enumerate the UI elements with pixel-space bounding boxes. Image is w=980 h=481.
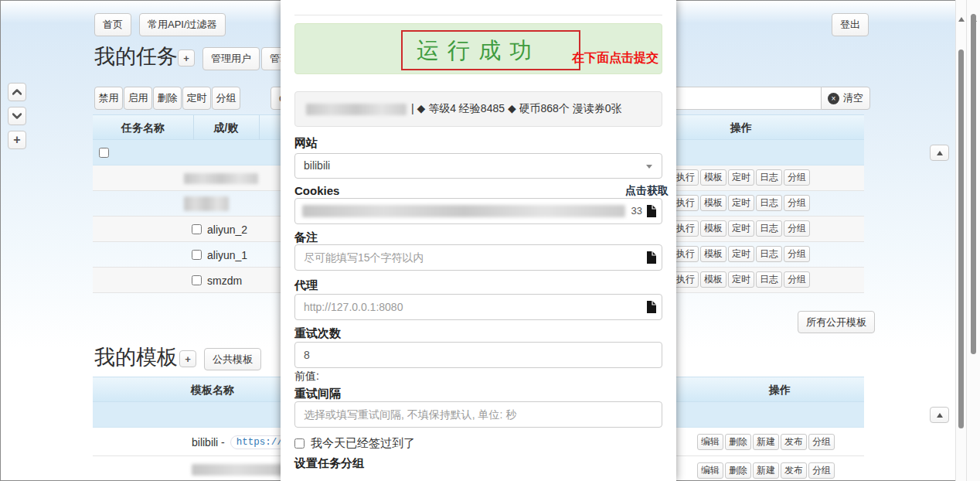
nav-api-filter-button[interactable]: 常用API/过滤器 [139, 13, 226, 36]
publish-button[interactable]: 发布 [781, 434, 807, 450]
task-name-cell: aliyun_1 [192, 242, 247, 268]
run-task-modal: 运行成功 在下面点击提交 | ◆ 等级4 经验8485 ◆ 硬币868个 漫读券… [281, 0, 676, 481]
schedule-button[interactable]: 定时 [728, 195, 754, 211]
log-button[interactable]: 日志 [756, 169, 782, 186]
schedule-button[interactable]: 定时 [728, 169, 754, 186]
signed-today-checkbox[interactable] [294, 438, 305, 449]
tasks-title: 我的任务 [94, 43, 178, 70]
log-button[interactable]: 日志 [756, 271, 782, 288]
disable-tasks-button[interactable]: 禁用 [94, 87, 123, 110]
note-input[interactable] [294, 244, 662, 271]
schedule-tasks-button[interactable]: 定时 [182, 87, 211, 110]
delete-button[interactable]: 删除 [725, 434, 751, 450]
row-checkbox[interactable] [192, 224, 202, 234]
proxy-input[interactable] [294, 294, 662, 320]
scrollbar-thumb[interactable] [971, 14, 976, 354]
task-name-cell: smzdm [192, 268, 242, 293]
column-header-actions: 操作 [696, 377, 864, 402]
signed-today-label: 我今天已经签过到了 [311, 436, 415, 451]
plus-icon: + [13, 133, 20, 147]
group-button[interactable]: 分组 [784, 246, 810, 262]
group-button[interactable]: 分组 [784, 195, 810, 211]
account-info-well: | ◆ 等级4 经验8485 ◆ 硬币868个 漫读券0张 [294, 91, 662, 127]
paste-document-icon[interactable] [646, 301, 656, 313]
add-template-button[interactable]: + [179, 350, 196, 367]
template-button[interactable]: 模板 [700, 220, 726, 237]
column-header-result: 成/败 [193, 115, 260, 140]
scroll-down-button[interactable] [8, 107, 26, 125]
logout-button[interactable]: 登出 [832, 13, 869, 36]
row-checkbox[interactable] [192, 250, 202, 260]
log-button[interactable]: 日志 [756, 195, 782, 211]
scroll-up-button[interactable] [8, 83, 26, 101]
collapse-templates-button[interactable] [930, 407, 949, 423]
scrollbar-thumb[interactable] [958, 49, 964, 428]
log-button[interactable]: 日志 [756, 246, 782, 262]
edit-button[interactable]: 编辑 [697, 462, 723, 479]
group-button[interactable]: 分组 [784, 220, 810, 237]
run-button[interactable]: 执行 [672, 169, 699, 186]
chevron-down-icon [12, 113, 22, 119]
run-button[interactable]: 执行 [672, 195, 699, 211]
delete-tasks-button[interactable]: 删除 [153, 87, 182, 110]
retry-count-input[interactable] [294, 342, 662, 368]
triangle-up-icon [937, 413, 943, 418]
new-button[interactable]: 新建 [753, 434, 779, 450]
template-button[interactable]: 模板 [700, 195, 726, 211]
plus-icon: + [183, 53, 189, 64]
templates-title: 我的模板 [94, 343, 178, 371]
template-button[interactable]: 模板 [700, 246, 726, 262]
row-actions: 编辑 删除 新建 发布 分组 [697, 434, 835, 450]
run-button[interactable]: 执行 [672, 246, 699, 262]
public-templates-button[interactable]: 公共模板 [204, 348, 261, 370]
plus-icon: + [185, 353, 191, 365]
schedule-button[interactable]: 定时 [728, 220, 754, 237]
cookie-tail-text: 33 [631, 205, 642, 217]
collapse-tasks-button[interactable] [930, 145, 949, 161]
row-checkbox[interactable] [192, 275, 202, 285]
redacted-text [184, 196, 229, 211]
group-tasks-button[interactable]: 分组 [212, 87, 240, 110]
new-button[interactable]: 新建 [753, 462, 779, 479]
inner-scrollbar[interactable] [955, 0, 966, 481]
template-button[interactable]: 模板 [700, 169, 726, 186]
schedule-button[interactable]: 定时 [728, 246, 754, 262]
all-public-templates-button[interactable]: 所有公开模板 [798, 311, 875, 333]
nav-home-button[interactable]: 首页 [94, 13, 131, 36]
group-button[interactable]: 分组 [808, 434, 835, 450]
retry-interval-input[interactable] [294, 401, 662, 428]
cookies-label-row: Cookies 点击获取 [294, 184, 662, 197]
add-floating-button[interactable]: + [8, 131, 26, 149]
proxy-label: 代理 [294, 278, 318, 293]
get-cookies-link[interactable]: 点击获取 [625, 184, 669, 198]
schedule-button[interactable]: 定时 [728, 271, 754, 288]
scrollbar-arrow-up-icon[interactable] [958, 5, 965, 17]
group-button[interactable]: 分组 [784, 169, 810, 186]
edit-button[interactable]: 编辑 [697, 434, 723, 450]
manage-users-button[interactable]: 管理用户 [202, 47, 260, 70]
log-button[interactable]: 日志 [756, 220, 782, 237]
paste-document-icon[interactable] [646, 251, 656, 264]
clear-circle-icon: × [828, 93, 839, 104]
divider [294, 15, 662, 15]
cookies-field: 33 [294, 198, 662, 224]
window-scrollbar[interactable] [966, 0, 980, 481]
run-button[interactable]: 执行 [672, 220, 699, 237]
group-button[interactable]: 分组 [784, 271, 810, 288]
delete-button[interactable]: 删除 [725, 462, 751, 479]
site-select[interactable]: bilibili [294, 153, 662, 179]
account-info-text: | ◆ 等级4 经验8485 ◆ 硬币868个 漫读券0张 [411, 102, 622, 116]
paste-document-icon[interactable] [646, 205, 656, 217]
publish-button[interactable]: 发布 [781, 462, 807, 479]
clear-search-button[interactable]: × 清空 [821, 87, 870, 110]
success-alert: 运行成功 在下面点击提交 [294, 23, 662, 74]
group-button[interactable]: 分组 [808, 462, 835, 479]
template-button[interactable]: 模板 [700, 271, 726, 288]
select-all-tasks-checkbox[interactable] [99, 148, 109, 158]
annotation-red-box [401, 30, 580, 70]
add-task-button[interactable]: + [178, 49, 195, 67]
column-header-name: 任务名称 [93, 115, 194, 140]
app-window: + 首页 常用API/过滤器 登出 我的任务 + 管理用户 管理 禁用 启用 删… [0, 0, 980, 481]
enable-tasks-button[interactable]: 启用 [124, 87, 152, 110]
run-button[interactable]: 执行 [672, 271, 699, 288]
